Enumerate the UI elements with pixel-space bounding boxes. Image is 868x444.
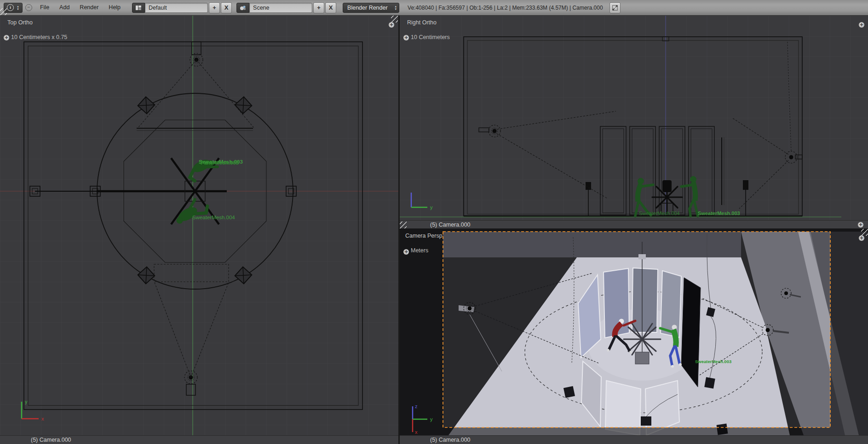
viewport-top-ortho[interactable]: SweaterMesh.003 PantsMesh.003 SweaterMes… — [0, 16, 398, 435]
properties-plus-icon-camera-persp[interactable]: + — [859, 235, 864, 241]
right-ortho-header-strip[interactable]: (5) Camera.000 + — [400, 220, 868, 229]
svg-text:y: y — [25, 399, 28, 404]
render-engine-dropdown[interactable]: Blender Render ▲▼ — [343, 3, 399, 13]
close-layout-button[interactable]: X — [221, 2, 232, 13]
scene-icon[interactable] — [236, 3, 249, 13]
engine-dropdown-arrows: ▲▼ — [394, 5, 397, 11]
mesh-label-004: SweaterMesh.004 — [192, 215, 235, 220]
far-wall — [443, 232, 741, 257]
top-ortho-header-strip[interactable]: (5) Camera.000 — [0, 435, 398, 444]
close-scene-button[interactable]: X — [325, 2, 336, 13]
top-ortho-scene: SweaterMesh.003 PantsMesh.003 SweaterMes… — [0, 16, 398, 435]
toolshelf-plus-icon-right-ortho[interactable]: + — [403, 35, 409, 40]
mesh-label-floor-a: SweaterMesh.004 — [639, 211, 680, 216]
camera-persp-header-strip[interactable]: (5) Camera.000 — [400, 435, 868, 444]
blender-window: i ▲▼ − File Add Render Help Default + X … — [0, 0, 868, 444]
window-duplicate-icon[interactable] — [609, 2, 621, 13]
scene-name-field[interactable]: Scene — [249, 3, 312, 13]
add-layout-button[interactable]: + — [209, 2, 220, 13]
screen-layout-name-field[interactable]: Default — [145, 3, 208, 13]
active-camera-label-persp: (5) Camera.000 — [430, 437, 471, 443]
menu-render[interactable]: Render — [75, 0, 103, 15]
svg-text:x: x — [41, 416, 44, 421]
area-divider-horizontal[interactable] — [400, 228, 868, 229]
right-ortho-scene: SweaterMesh.004 SweaterMesh.003 y — [400, 16, 868, 220]
screen-layout-icon[interactable] — [132, 3, 145, 13]
active-camera-label-right-ortho: (5) Camera.000 — [430, 222, 471, 228]
toolshelf-plus-icon[interactable]: + — [4, 35, 9, 40]
collapse-menus-icon[interactable]: − — [25, 4, 32, 11]
active-camera-label: (5) Camera.000 — [31, 437, 71, 443]
svg-text:y: y — [430, 416, 433, 422]
menu-help[interactable]: Help — [103, 0, 126, 15]
area-corner-handle-camera-persp[interactable] — [861, 229, 868, 236]
menu-file[interactable]: File — [35, 0, 54, 15]
svg-text:y: y — [430, 205, 433, 210]
viewport-right-ortho[interactable]: SweaterMesh.004 SweaterMesh.003 y Right … — [400, 16, 868, 220]
mesh-label-cluster-b: PantsMesh.003 — [201, 160, 239, 165]
render-engine-value: Blender Render — [347, 5, 388, 11]
header-plus-icon-right-ortho[interactable]: + — [858, 222, 863, 228]
area-corner-handle-top-ortho[interactable] — [391, 16, 398, 23]
toolshelf-plus-icon-camera-persp[interactable]: + — [403, 249, 409, 255]
properties-plus-icon-right-ortho[interactable]: + — [859, 22, 864, 28]
properties-plus-icon[interactable]: + — [389, 22, 394, 28]
info-header: i ▲▼ − File Add Render Help Default + X … — [0, 0, 868, 16]
mesh-label-floor-b: SweaterMesh.003 — [698, 211, 740, 216]
editor-spinner-arrows[interactable]: ▲▼ — [17, 5, 19, 11]
scene-statistics: Ve:408040 | Fa:356597 | Ob:1-256 | La:2 … — [408, 5, 603, 11]
camera-persp-scene: SweaterMesh.003 — [400, 229, 868, 435]
svg-text:z: z — [415, 404, 418, 409]
info-editor-icon: i — [7, 4, 14, 11]
svg-text:x: x — [415, 429, 418, 435]
viewport-camera-persp[interactable]: SweaterMesh.003 — [400, 229, 868, 435]
menu-add[interactable]: Add — [54, 0, 75, 15]
header-corner-handle[interactable] — [0, 8, 7, 15]
area-corner-handle-right-ortho[interactable] — [400, 222, 407, 228]
add-scene-button[interactable]: + — [313, 2, 324, 13]
